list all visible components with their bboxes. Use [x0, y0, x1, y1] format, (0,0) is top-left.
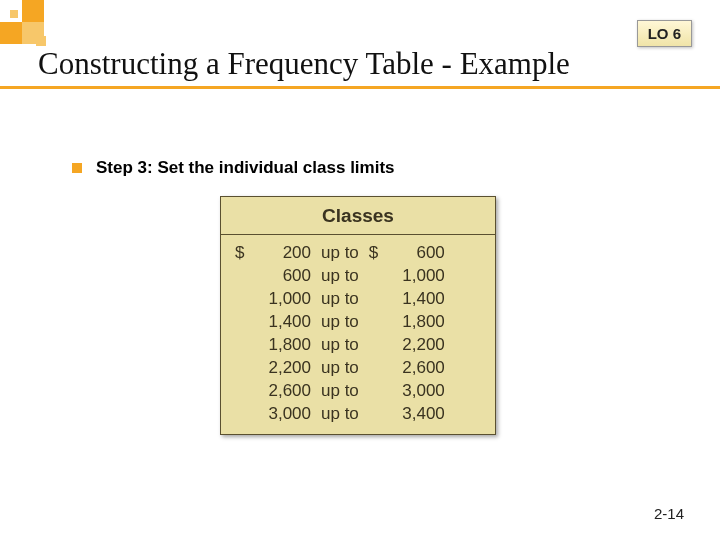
class-upto-label: up to: [311, 335, 369, 355]
table-row: 2,200up to2,600: [235, 358, 481, 378]
class-lower-limit: 1,000: [253, 289, 311, 309]
table-row: 600up to1,000: [235, 266, 481, 286]
page-title: Constructing a Frequency Table - Example: [38, 46, 690, 82]
table-row: 3,000up to3,400: [235, 404, 481, 424]
class-upto-label: up to: [311, 381, 369, 401]
currency-symbol: $: [235, 243, 253, 263]
currency-symbol: $: [369, 243, 387, 263]
class-upper-limit: 600: [387, 243, 445, 263]
class-upto-label: up to: [311, 289, 369, 309]
classes-table-body: $200up to$600600up to1,0001,000up to1,40…: [221, 235, 495, 434]
classes-table-header: Classes: [221, 197, 495, 235]
class-upper-limit: 3,400: [387, 404, 445, 424]
table-row: 1,800up to2,200: [235, 335, 481, 355]
class-lower-limit: 200: [253, 243, 311, 263]
table-row: $200up to$600: [235, 243, 481, 263]
class-upper-limit: 2,600: [387, 358, 445, 378]
class-lower-limit: 2,200: [253, 358, 311, 378]
learning-objective-badge: LO 6: [637, 20, 692, 47]
class-upto-label: up to: [311, 266, 369, 286]
class-lower-limit: 3,000: [253, 404, 311, 424]
class-upper-limit: 1,800: [387, 312, 445, 332]
class-lower-limit: 600: [253, 266, 311, 286]
class-upto-label: up to: [311, 243, 369, 263]
class-lower-limit: 1,400: [253, 312, 311, 332]
class-lower-limit: 2,600: [253, 381, 311, 401]
step-bullet-row: Step 3: Set the individual class limits: [72, 158, 395, 178]
title-underline: [0, 86, 720, 89]
class-upto-label: up to: [311, 312, 369, 332]
class-upto-label: up to: [311, 358, 369, 378]
table-row: 1,400up to1,800: [235, 312, 481, 332]
classes-table: Classes $200up to$600600up to1,0001,000u…: [220, 196, 496, 435]
class-upper-limit: 3,000: [387, 381, 445, 401]
table-row: 2,600up to3,000: [235, 381, 481, 401]
class-upper-limit: 1,400: [387, 289, 445, 309]
page-number: 2-14: [654, 505, 684, 522]
class-upto-label: up to: [311, 404, 369, 424]
class-upper-limit: 2,200: [387, 335, 445, 355]
class-upper-limit: 1,000: [387, 266, 445, 286]
class-lower-limit: 1,800: [253, 335, 311, 355]
table-row: 1,000up to1,400: [235, 289, 481, 309]
step-text: Step 3: Set the individual class limits: [96, 158, 395, 178]
bullet-square-icon: [72, 163, 82, 173]
